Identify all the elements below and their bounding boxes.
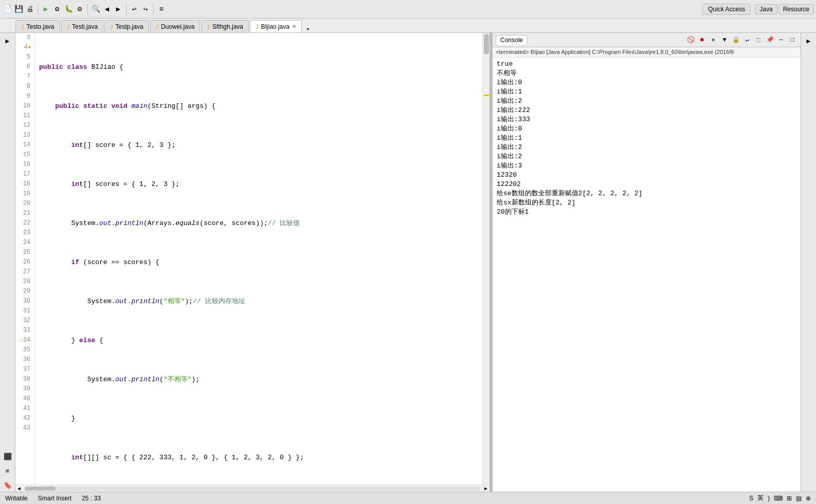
scroll-lock-icon[interactable]: 🔒 xyxy=(731,35,741,45)
line-num-42: 42 xyxy=(20,414,30,423)
code-editor[interactable]: public class BIJiao { public static void… xyxy=(35,33,482,484)
debug-config-icon[interactable]: ⚙ xyxy=(75,4,85,14)
scroll-right-icon[interactable]: ▶ xyxy=(482,485,489,492)
open-console-icon[interactable]: ⬚ xyxy=(753,35,764,45)
console-output-line-14: 122202 xyxy=(497,180,796,189)
tab-sfthgh[interactable]: J Sfthgh.java xyxy=(201,20,249,32)
code-line-6: int[] scores = { 1, 2, 3 }; xyxy=(38,179,482,189)
new-file-icon[interactable]: 📄 xyxy=(2,4,12,14)
navigate-back-icon[interactable]: ◀ xyxy=(102,4,112,14)
console-output-line-1: true xyxy=(497,60,796,69)
java-file-icon2: J xyxy=(67,24,70,30)
vertical-scrollbar[interactable] xyxy=(482,33,489,484)
code-line-8: if (score == scores) { xyxy=(38,257,482,267)
lang-icon: 英 xyxy=(757,494,764,502)
console-output-line-4: i输出:1 xyxy=(497,87,796,97)
editor-tabs: J Testo.java J Testi.java J Testp.java J… xyxy=(0,18,816,33)
left-sidebar: ▶ ⬛ ≡ 🔖 xyxy=(0,33,15,492)
line-num-40: 40 xyxy=(20,394,30,404)
sep1 xyxy=(38,4,38,15)
tab-testi-label: Testi.java xyxy=(72,23,98,30)
code-line-5: int[] score = { 1, 2, 3 }; xyxy=(38,140,482,150)
layout-icon: ▤ xyxy=(796,495,802,502)
perspective-buttons: Java Resource xyxy=(755,4,814,14)
right-expand-icon[interactable]: ▶ xyxy=(803,35,815,47)
console-output[interactable]: true 不相等 i输出:0 i输出:1 i输出:2 i输出:222 i输出:3… xyxy=(493,58,801,492)
stop-icon[interactable]: ■ xyxy=(697,35,707,45)
code-container[interactable]: 3 4◀ 5 6 7 8 9 10 11 12 13 14 15 16 17 1… xyxy=(15,33,489,484)
navigate-forward-icon[interactable]: ▶ xyxy=(113,4,123,14)
tab-duowei[interactable]: J Duowei.java xyxy=(150,20,201,32)
status-bar: Writable Smart Insert 25 : 33 S 英 ) ⌨ ⊞ … xyxy=(0,492,816,504)
sep3 xyxy=(126,4,126,15)
undo-icon[interactable]: ↩ xyxy=(129,4,139,14)
java-file-icon5: J xyxy=(207,24,210,30)
quick-access-button[interactable]: Quick Access xyxy=(702,4,751,15)
sep2 xyxy=(87,4,88,15)
remove-console-icon[interactable]: ✕ xyxy=(708,35,718,45)
console-output-line-16: 给sx新数组的长度[2, 2] xyxy=(497,198,796,208)
outline-icon[interactable]: ≡ xyxy=(156,4,167,14)
tab-close-icon[interactable]: ✕ xyxy=(292,24,296,29)
code-line-11: System.out.println("不相等"); xyxy=(38,375,482,384)
console-toolbar: 🚫 ■ ✕ ▼ 🔒 ↵ ⬚ 📌 — □ xyxy=(685,35,797,45)
console-output-line-11: i输出:2 xyxy=(497,152,796,161)
h-scroll-thumb[interactable] xyxy=(25,487,56,491)
line-num-9: 9 xyxy=(20,91,30,101)
line-num-38: 38 xyxy=(20,375,30,384)
bookmarks-icon[interactable]: 🔖 xyxy=(2,479,14,492)
redo-icon[interactable]: ↪ xyxy=(140,4,151,14)
console-status: <terminated> BIjiao [Java Application] C… xyxy=(493,47,801,58)
h-scroll-track[interactable] xyxy=(25,487,480,491)
line-num-15: 15 xyxy=(20,150,30,160)
console-options-icon[interactable]: ▼ xyxy=(719,35,730,45)
save-icon[interactable]: 💾 xyxy=(13,4,24,14)
debug-icon[interactable]: 🐛 xyxy=(63,4,74,14)
code-line-4: public static void main(String[] args) { xyxy=(38,101,482,111)
line-num-35: 35 xyxy=(20,345,30,355)
resource-perspective-button[interactable]: Resource xyxy=(778,4,814,14)
minimize-console-icon[interactable]: — xyxy=(776,35,786,45)
scroll-left-icon[interactable]: ◀ xyxy=(15,485,23,492)
tab-testi[interactable]: J Testi.java xyxy=(61,20,104,32)
print-icon[interactable]: 🖨 xyxy=(25,4,35,14)
outline-side-icon[interactable]: ≡ xyxy=(2,465,14,477)
pin-console-icon[interactable]: 📌 xyxy=(765,35,775,45)
line-num-8: 8 xyxy=(20,82,30,91)
search-icon[interactable]: 🔍 xyxy=(90,4,101,14)
line-num-21: 21 xyxy=(20,209,30,218)
tab-duowei-label: Duowei.java xyxy=(161,23,194,30)
tab-overflow-icon[interactable]: ▾ xyxy=(303,26,313,32)
right-sidebar: ▶ xyxy=(801,33,816,492)
line-num-11: 11 xyxy=(20,111,30,121)
line-num-7: 7 xyxy=(20,72,30,82)
line-num-29: 29 xyxy=(20,287,30,296)
maximize-console-icon[interactable]: □ xyxy=(787,35,797,45)
line-num-26: 26 xyxy=(20,257,30,267)
line-num-36: 36 xyxy=(20,355,30,365)
tab-testo[interactable]: J Testo.java xyxy=(15,20,60,32)
java-file-icon: J xyxy=(21,24,24,30)
line-num-34: ⚠34 xyxy=(20,335,30,345)
tab-bljiao-label: BIjiao.java xyxy=(261,23,289,30)
scrollbar-thumb[interactable] xyxy=(484,34,489,54)
line-num-4: 4◀ xyxy=(20,43,30,52)
clear-console-icon[interactable]: 🚫 xyxy=(685,35,696,45)
console-panel: Console 🚫 ■ ✕ ▼ 🔒 ↵ ⬚ 📌 — □ <terminated>… xyxy=(492,33,801,492)
word-wrap-icon[interactable]: ↵ xyxy=(742,35,752,45)
run-config-icon[interactable]: ⚙ xyxy=(52,4,62,14)
collapse-left-icon[interactable]: ⬛ xyxy=(2,451,14,463)
console-tab[interactable]: Console xyxy=(496,35,528,45)
tab-bljiao[interactable]: J BIjiao.java ✕ xyxy=(250,20,302,32)
horizontal-scrollbar[interactable]: ◀ ▶ xyxy=(15,484,489,492)
line-num-24: 24 xyxy=(20,238,30,248)
expand-left-icon[interactable]: ▶ xyxy=(2,35,14,47)
line-num-28: 28 xyxy=(20,277,30,287)
line-num-18: 18 xyxy=(20,179,30,189)
tab-testp-label: Testp.java xyxy=(116,23,143,30)
java-file-icon3: J xyxy=(110,24,113,30)
java-perspective-button[interactable]: Java xyxy=(755,4,777,14)
line-num-30: 30 xyxy=(20,296,30,306)
tab-testp[interactable]: J Testp.java xyxy=(104,20,149,32)
run-icon[interactable]: ▶ xyxy=(41,4,51,14)
